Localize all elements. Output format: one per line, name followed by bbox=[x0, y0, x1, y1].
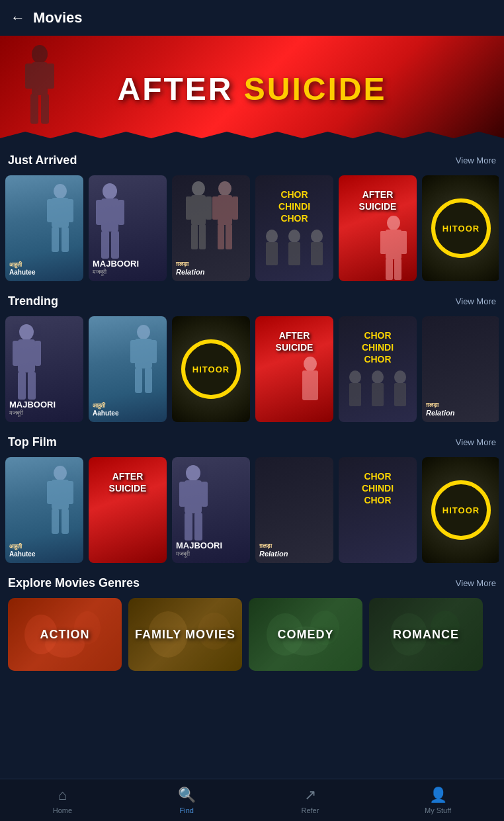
card-figure bbox=[44, 464, 77, 537]
trending-card-relation[interactable]: ग़लड़ा Relation bbox=[422, 316, 499, 422]
top-film-section: Top Film View More आहुती Aahutee bbox=[0, 435, 504, 563]
svg-rect-66 bbox=[67, 481, 73, 504]
svg-point-6 bbox=[54, 184, 67, 198]
trending-view-more[interactable]: View More bbox=[456, 296, 496, 306]
card-figure bbox=[339, 369, 417, 422]
svg-point-63 bbox=[54, 466, 67, 480]
hero-title: AFTER SUICIDE bbox=[117, 71, 386, 107]
svg-rect-38 bbox=[386, 230, 401, 259]
svg-point-69 bbox=[186, 465, 200, 481]
svg-rect-16 bbox=[101, 231, 109, 259]
svg-point-43 bbox=[19, 324, 34, 340]
svg-rect-28 bbox=[218, 224, 224, 249]
svg-rect-2 bbox=[25, 64, 33, 89]
back-button[interactable]: ← bbox=[11, 9, 25, 26]
top-film-card-after-suicide[interactable]: AFTERSUICIDE bbox=[89, 457, 167, 563]
hitoor-ring-3: HITOOR bbox=[431, 480, 491, 540]
svg-rect-17 bbox=[111, 231, 119, 259]
svg-rect-15 bbox=[118, 200, 124, 225]
trending-card-majboori[interactable]: MAJBOORI मजबूरी bbox=[5, 316, 83, 422]
svg-rect-11 bbox=[62, 227, 69, 252]
movie-card-after-suicide[interactable]: AFTERSUICIDE bbox=[339, 175, 417, 281]
just-arrived-header: Just Arrived View More bbox=[5, 153, 499, 167]
nav-refer[interactable]: ↗ Refer bbox=[301, 787, 319, 814]
svg-rect-27 bbox=[232, 196, 238, 220]
top-film-card-chor[interactable]: CHORCHINDICHOR bbox=[339, 457, 417, 563]
card-figure bbox=[290, 356, 330, 422]
svg-point-0 bbox=[32, 45, 48, 64]
trending-card-chor[interactable]: CHORCHINDICHOR bbox=[339, 316, 417, 422]
card-figure bbox=[175, 464, 212, 543]
svg-rect-29 bbox=[226, 224, 232, 249]
home-icon: ⌂ bbox=[58, 787, 67, 804]
svg-point-33 bbox=[288, 230, 300, 243]
svg-rect-8 bbox=[47, 199, 54, 222]
nav-my-stuff[interactable]: 👤 My Stuff bbox=[425, 787, 451, 814]
svg-rect-64 bbox=[52, 480, 69, 509]
svg-rect-13 bbox=[101, 198, 118, 232]
svg-point-18 bbox=[192, 181, 205, 196]
svg-rect-26 bbox=[212, 196, 218, 220]
card-figure bbox=[374, 215, 413, 281]
app-header: ← Movies bbox=[0, 0, 504, 36]
top-film-card-majboori[interactable]: MAJBOORI मजबूरी bbox=[172, 457, 250, 563]
svg-point-30 bbox=[266, 230, 278, 243]
genre-comedy[interactable]: COMEDY bbox=[249, 598, 362, 671]
genres-view-more[interactable]: View More bbox=[456, 578, 496, 588]
svg-rect-4 bbox=[30, 94, 38, 124]
movie-card-majboori[interactable]: MAJBOORI मजबूरी bbox=[89, 175, 167, 281]
bottom-navigation: ⌂ Home 🔍 Find ↗ Refer 👤 My Stuff bbox=[0, 779, 504, 821]
top-film-header: Top Film View More bbox=[5, 435, 499, 449]
svg-rect-31 bbox=[266, 242, 278, 265]
nav-home[interactable]: ⌂ Home bbox=[53, 787, 72, 814]
svg-rect-36 bbox=[311, 242, 323, 265]
just-arrived-row: आहुती Aahutee MAJBOORI मजबूरी bbox=[5, 175, 499, 281]
trending-title: Trending bbox=[8, 294, 58, 308]
svg-point-57 bbox=[349, 370, 361, 384]
svg-rect-51 bbox=[130, 340, 137, 363]
just-arrived-section: Just Arrived View More आहुती Aahutee bbox=[0, 153, 504, 281]
movie-card-chor[interactable]: CHORCHINDICHOR bbox=[255, 175, 333, 281]
svg-rect-65 bbox=[47, 481, 54, 504]
card-figure bbox=[44, 182, 77, 255]
movie-card-hitoor[interactable]: HITOOR bbox=[422, 175, 499, 281]
svg-rect-70 bbox=[185, 480, 202, 513]
svg-rect-62 bbox=[394, 383, 406, 406]
trending-card-aahutee[interactable]: आहुती Aahutee bbox=[89, 316, 167, 422]
top-film-card-hitoor[interactable]: HITOOR bbox=[422, 457, 499, 563]
svg-rect-9 bbox=[67, 199, 73, 222]
svg-rect-60 bbox=[372, 383, 384, 406]
movie-card-relation[interactable]: ग़लड़ा Relation bbox=[172, 175, 250, 281]
top-film-card-relation[interactable]: ग़लड़ा Relation bbox=[255, 457, 333, 563]
svg-point-35 bbox=[311, 230, 323, 243]
svg-rect-20 bbox=[186, 196, 192, 220]
hitoor-ring: HITOOR bbox=[431, 198, 491, 258]
svg-rect-73 bbox=[185, 513, 192, 540]
genre-action[interactable]: ACTION bbox=[8, 598, 122, 671]
svg-rect-50 bbox=[135, 339, 152, 368]
hero-banner[interactable]: AFTER SUICIDE bbox=[0, 36, 504, 142]
movie-card-aahutee[interactable]: आहुती Aahutee bbox=[5, 175, 83, 281]
svg-rect-54 bbox=[145, 368, 152, 393]
top-film-view-more[interactable]: View More bbox=[456, 437, 496, 447]
svg-rect-42 bbox=[394, 259, 401, 280]
nav-home-label: Home bbox=[53, 806, 72, 814]
card-figure bbox=[9, 323, 45, 402]
svg-point-12 bbox=[103, 183, 117, 199]
trending-card-hitoor[interactable]: HITOOR bbox=[172, 316, 250, 422]
top-film-card-aahutee[interactable]: आहुती Aahutee bbox=[5, 457, 83, 563]
svg-rect-74 bbox=[194, 513, 202, 540]
genre-family[interactable]: FAMILY MOVIES bbox=[128, 598, 242, 671]
just-arrived-view-more[interactable]: View More bbox=[456, 155, 496, 165]
svg-rect-3 bbox=[46, 64, 54, 89]
refer-icon: ↗ bbox=[304, 787, 316, 804]
svg-rect-71 bbox=[179, 482, 186, 507]
trending-card-after-suicide[interactable]: AFTERSUICIDE bbox=[255, 316, 333, 422]
card-figure bbox=[175, 179, 248, 265]
nav-find[interactable]: 🔍 Find bbox=[178, 787, 196, 814]
svg-point-24 bbox=[218, 181, 231, 196]
genre-romance[interactable]: ROMANCE bbox=[369, 598, 483, 671]
hitoor-ring-2: HITOOR bbox=[181, 339, 241, 399]
genres-row: ACTION FAMILY MOVIES COMEDY bbox=[5, 598, 499, 671]
genre-action-label: ACTION bbox=[40, 628, 90, 642]
